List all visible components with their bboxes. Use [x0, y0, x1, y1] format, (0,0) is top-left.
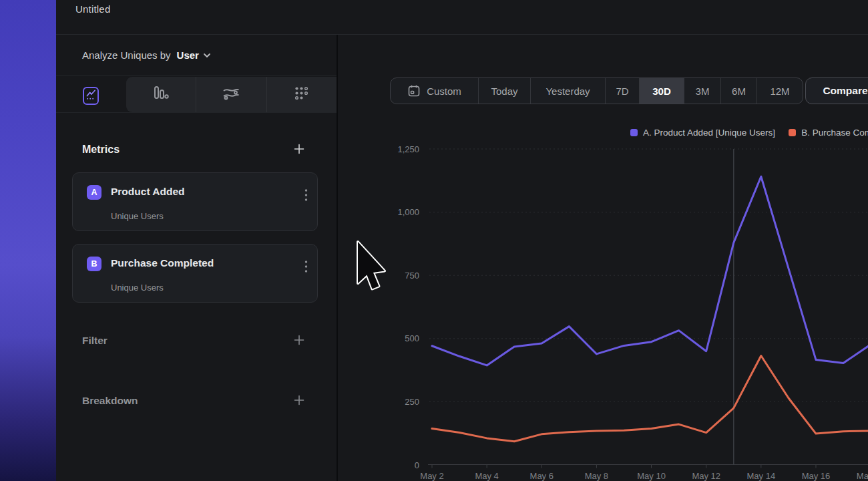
left-gradient-strip [0, 0, 56, 481]
line-chart[interactable]: 02505007501,0001,250May 2May 4May 6May 8… [338, 35, 868, 481]
breakdown-heading: Breakdown [82, 395, 138, 407]
svg-text:500: 500 [405, 333, 419, 343]
series-line-a [432, 176, 868, 365]
metric-options-button[interactable] [303, 259, 309, 277]
dots-grid-icon [294, 86, 309, 104]
metric-badge-b: B [87, 257, 101, 271]
sidebar: Analyze Uniques by User [56, 35, 338, 481]
metric-badge-a: A [87, 185, 101, 200]
metric-options-button[interactable] [303, 187, 309, 205]
gridlines [429, 149, 868, 402]
breakdown-section-header: Breakdown [82, 395, 305, 407]
svg-text:May 18: May 18 [857, 471, 868, 481]
series-line-b [432, 356, 868, 442]
metrics-section-header: Metrics [82, 144, 305, 156]
mouse-cursor [354, 239, 389, 294]
y-axis-labels: 02505007501,0001,250 [397, 144, 419, 470]
plus-icon [294, 335, 304, 347]
chevron-down-icon [203, 50, 211, 60]
metric-title: Purchase Completed [111, 257, 214, 269]
add-breakdown-button[interactable] [293, 395, 305, 407]
svg-text:May 2: May 2 [420, 471, 443, 481]
svg-text:1,000: 1,000 [397, 207, 419, 217]
page-title: Untitled [75, 3, 110, 15]
flow-icon [222, 86, 240, 104]
line-chart-icon [86, 89, 96, 103]
plus-icon [294, 144, 304, 156]
tab-line-chart[interactable] [83, 87, 99, 105]
chart-type-tabrow [56, 75, 337, 113]
svg-text:250: 250 [405, 397, 419, 407]
metric-card-purchase-completed[interactable]: B Purchase Completed Unique Users [72, 244, 318, 303]
svg-text:May 16: May 16 [802, 471, 831, 481]
tab-metric[interactable] [266, 77, 337, 112]
metric-subtitle: Unique Users [111, 211, 164, 221]
svg-text:May 14: May 14 [747, 471, 776, 481]
svg-text:1,250: 1,250 [397, 144, 419, 154]
svg-text:May 8: May 8 [585, 471, 608, 481]
add-metric-button[interactable] [293, 144, 305, 156]
svg-text:750: 750 [405, 271, 419, 281]
app-window: Untitled Analyze Uniques by User [0, 0, 868, 481]
bar-chart-icon [152, 85, 170, 105]
svg-text:May 10: May 10 [637, 471, 666, 481]
metric-title: Product Added [111, 186, 185, 198]
chart-type-tabs [126, 77, 337, 112]
metric-card-product-added[interactable]: A Product Added Unique Users [72, 172, 318, 231]
tab-flow[interactable] [196, 77, 266, 112]
analyze-label: Analyze Uniques by [82, 49, 171, 61]
svg-text:May 6: May 6 [530, 471, 554, 481]
topbar: Untitled [56, 0, 868, 35]
metrics-heading: Metrics [82, 144, 120, 156]
x-axis-labels: May 2May 4May 6May 8May 10May 12May 14Ma… [420, 471, 868, 481]
svg-text:0: 0 [415, 460, 419, 470]
analyze-entity-dropdown[interactable]: User [177, 49, 211, 61]
metric-subtitle: Unique Users [111, 283, 164, 293]
plus-icon [294, 395, 304, 408]
analyze-row: Analyze Uniques by User [56, 35, 337, 75]
svg-text:May 4: May 4 [475, 471, 498, 481]
add-filter-button[interactable] [293, 335, 305, 347]
svg-text:May 12: May 12 [692, 471, 720, 481]
kebab-icon [304, 265, 308, 275]
x-axis [428, 465, 868, 468]
analyze-entity-value: User [177, 49, 199, 61]
kebab-icon [304, 194, 308, 204]
tab-bar-chart[interactable] [126, 77, 196, 112]
filter-heading: Filter [82, 335, 107, 347]
chart-panel: CustomTodayYesterday7D30D3M6M12M Compare… [338, 35, 868, 481]
filter-section-header: Filter [82, 335, 305, 347]
